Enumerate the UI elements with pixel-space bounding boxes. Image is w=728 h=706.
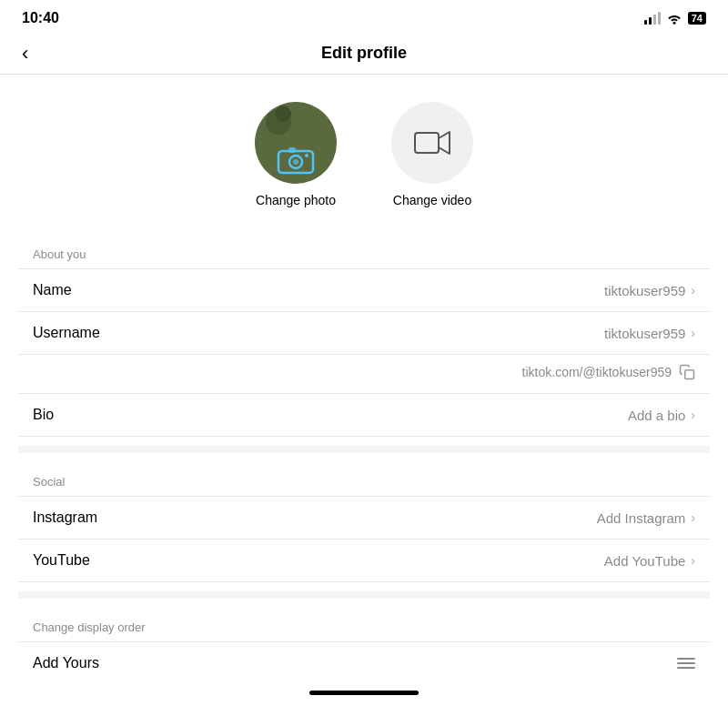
youtube-chevron-icon: › (691, 553, 695, 568)
svg-point-5 (305, 154, 308, 157)
username-chevron-icon: › (691, 326, 695, 340)
instagram-label: Instagram (33, 509, 97, 526)
tiktok-url-row[interactable]: tiktok.com/@tiktokuser959 (18, 355, 710, 394)
status-bar: 10:40 74 (0, 0, 728, 33)
youtube-value-container: Add YouTube › (604, 553, 695, 569)
bio-value-container: Add a bio › (628, 408, 695, 423)
add-yours-label: Add Yours (33, 655, 99, 671)
svg-rect-8 (685, 370, 694, 379)
wifi-icon (666, 12, 682, 25)
change-display-order-label: Change display order (18, 608, 710, 641)
copy-icon[interactable] (679, 364, 695, 380)
name-value-container: tiktokuser959 › (604, 283, 695, 298)
camera-icon (277, 144, 315, 175)
bio-label: Bio (33, 407, 54, 423)
back-button[interactable]: ‹ (18, 38, 32, 69)
video-icon (414, 128, 450, 157)
bio-row[interactable]: Bio Add a bio › (18, 394, 710, 437)
page-title: Edit profile (321, 44, 407, 63)
video-avatar (391, 102, 473, 184)
username-row[interactable]: Username tiktokuser959 › (18, 312, 710, 355)
youtube-row[interactable]: YouTube Add YouTube › (18, 540, 710, 582)
add-yours-row[interactable]: Add Yours (18, 641, 710, 684)
profile-avatar (255, 102, 337, 184)
youtube-label: YouTube (33, 552, 90, 569)
name-label: Name (33, 282, 72, 298)
bio-chevron-icon: › (691, 408, 695, 422)
svg-point-3 (293, 159, 298, 165)
username-value-container: tiktokuser959 › (604, 326, 695, 341)
instagram-chevron-icon: › (691, 510, 695, 525)
username-value: tiktokuser959 (604, 326, 685, 341)
drag-handle-icon (677, 658, 695, 669)
instagram-value: Add Instagram (597, 510, 686, 526)
social-label: Social (18, 462, 710, 496)
svg-rect-4 (288, 147, 296, 153)
profile-section: Change photo Change video (0, 75, 728, 226)
section-divider-2 (18, 591, 710, 599)
about-you-label: About you (18, 235, 710, 268)
name-row[interactable]: Name tiktokuser959 › (18, 269, 710, 312)
instagram-row[interactable]: Instagram Add Instagram › (18, 497, 710, 540)
section-divider (18, 446, 710, 453)
change-video-label: Change video (393, 193, 471, 207)
battery-icon: 74 (688, 12, 706, 25)
svg-marker-7 (439, 132, 450, 154)
tiktok-url: tiktok.com/@tiktokuser959 (522, 365, 672, 379)
signal-icon (644, 12, 661, 25)
username-label: Username (33, 325, 100, 341)
name-value: tiktokuser959 (604, 283, 685, 298)
change-video-button[interactable]: Change video (391, 102, 473, 207)
svg-point-0 (672, 22, 675, 25)
change-photo-label: Change photo (256, 193, 336, 207)
form-section: About you Name tiktokuser959 › Username … (0, 235, 728, 684)
status-icons: 74 (644, 12, 706, 25)
instagram-value-container: Add Instagram › (597, 510, 695, 526)
home-indicator (309, 691, 419, 695)
svg-rect-6 (415, 133, 439, 153)
youtube-value: Add YouTube (604, 553, 686, 569)
name-chevron-icon: › (691, 283, 695, 298)
status-time: 10:40 (22, 10, 59, 26)
bio-value: Add a bio (628, 408, 685, 423)
page-header: ‹ Edit profile (0, 33, 728, 75)
change-photo-button[interactable]: Change photo (255, 102, 337, 207)
